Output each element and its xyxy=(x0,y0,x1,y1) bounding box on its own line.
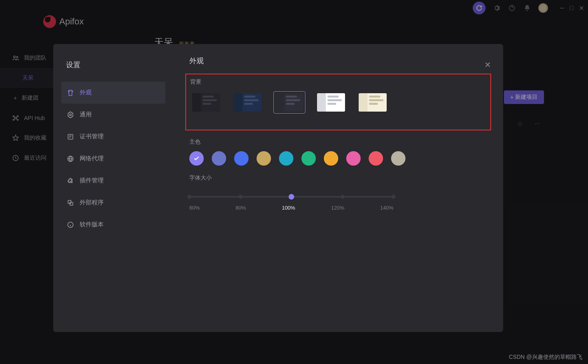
slider-stop[interactable] xyxy=(187,195,191,199)
color-option-6[interactable] xyxy=(324,151,338,166)
slider-label: 80% xyxy=(236,205,246,211)
primary-color-label: 主色 xyxy=(189,138,487,146)
theme-option-0[interactable] xyxy=(190,91,222,114)
slider-label: 100% xyxy=(282,205,295,211)
color-option-3[interactable] xyxy=(257,151,271,166)
nav-label: 插件管理 xyxy=(80,177,104,184)
nav-appearance[interactable]: 外观 xyxy=(61,82,165,104)
color-option-1[interactable] xyxy=(212,151,226,166)
background-label: 背景 xyxy=(190,78,486,86)
nav-external[interactable]: 外部程序 xyxy=(61,192,165,214)
settings-panel: 外观 背景 xyxy=(173,44,503,332)
nav-version[interactable]: 软件版本 xyxy=(61,214,165,236)
font-size-slider: 60%80%100%120%140% xyxy=(189,187,487,215)
shirt-icon xyxy=(67,89,74,96)
color-option-9[interactable] xyxy=(391,151,405,166)
nav-label: 网络代理 xyxy=(80,155,104,162)
nav-label: 外部程序 xyxy=(80,199,104,206)
nav-label: 软件版本 xyxy=(80,221,104,228)
info-icon xyxy=(67,221,74,228)
nav-label: 证书管理 xyxy=(80,133,104,140)
gear-hex-icon xyxy=(67,111,74,118)
svg-point-9 xyxy=(70,114,72,116)
annotation-highlight: 背景 xyxy=(185,74,491,130)
slider-labels: 60%80%100%120%140% xyxy=(189,205,393,211)
slider-stop[interactable] xyxy=(391,195,395,199)
slider-track[interactable] xyxy=(189,196,393,198)
nav-label: 通用 xyxy=(80,111,92,118)
slider-stop[interactable] xyxy=(341,195,345,199)
watermark: CSDN @兴趣使然的草帽路飞 xyxy=(509,354,582,361)
settings-modal: ✕ 设置 外观 通用 证书管理 网络代理 插件管理 外部程序 软件版本 xyxy=(53,44,503,332)
modal-title: 设置 xyxy=(61,56,165,82)
nav-label: 外观 xyxy=(80,89,92,96)
theme-option-1[interactable] xyxy=(232,91,264,114)
color-option-5[interactable] xyxy=(301,151,316,166)
nav-plugin[interactable]: 插件管理 xyxy=(61,170,165,192)
theme-row xyxy=(190,91,486,114)
theme-option-3[interactable] xyxy=(315,91,347,114)
color-option-4[interactable] xyxy=(279,151,293,166)
settings-nav: 设置 外观 通用 证书管理 网络代理 插件管理 外部程序 软件版本 xyxy=(53,44,173,332)
globe-icon xyxy=(67,155,74,162)
color-option-0[interactable] xyxy=(189,151,204,166)
slider-label: 60% xyxy=(189,205,200,211)
theme-option-2[interactable] xyxy=(273,91,305,114)
plugin-icon xyxy=(67,177,74,184)
cert-icon xyxy=(67,133,74,140)
slider-label: 120% xyxy=(331,205,344,211)
panel-title: 外观 xyxy=(189,56,487,66)
nav-proxy[interactable]: 网络代理 xyxy=(61,148,165,170)
nav-general[interactable]: 通用 xyxy=(61,104,165,126)
slider-handle[interactable] xyxy=(289,194,294,200)
nav-cert[interactable]: 证书管理 xyxy=(61,126,165,148)
slider-stop[interactable] xyxy=(239,195,243,199)
font-size-label: 字体大小 xyxy=(189,174,487,182)
slider-label: 140% xyxy=(380,205,393,211)
color-row xyxy=(189,151,487,166)
color-option-2[interactable] xyxy=(234,151,249,166)
theme-option-4[interactable] xyxy=(357,91,389,114)
color-option-8[interactable] xyxy=(369,151,383,166)
color-option-7[interactable] xyxy=(346,151,361,166)
external-icon xyxy=(67,199,74,206)
close-icon[interactable]: ✕ xyxy=(484,60,491,70)
